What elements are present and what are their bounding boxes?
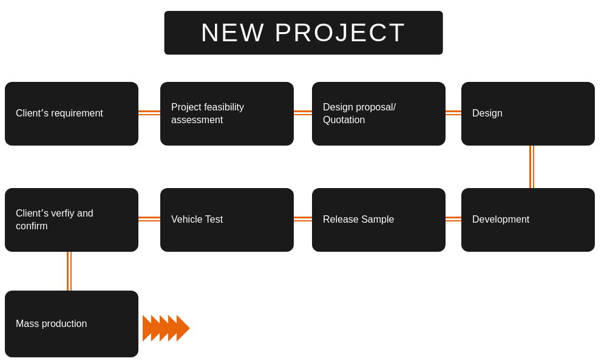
- page-title: NEW PROJECT: [164, 11, 443, 55]
- connector-h-6-7: [294, 217, 312, 221]
- node-vehicle-test: Vehicle Test: [160, 188, 294, 252]
- connector-h-5-6: [138, 217, 160, 221]
- chevron-5: [177, 315, 190, 342]
- connector-h-2-3: [294, 110, 312, 115]
- node-release-sample: Release Sample: [312, 188, 446, 252]
- chevron-arrows: [143, 315, 190, 342]
- connector-v-design-development: [529, 146, 534, 188]
- connector-v-verify-mass: [67, 252, 72, 291]
- node-mass-production: Mass production: [5, 291, 138, 357]
- node-clients-requirement: Clientʼs requirement: [5, 82, 138, 146]
- connector-h-1-2: [138, 110, 160, 115]
- connector-h-3-4: [446, 110, 461, 115]
- node-project-feasibility: Project feasibility assessment: [160, 82, 294, 146]
- node-design-proposal: Design proposal/ Quotation: [312, 82, 446, 146]
- node-design: Design: [461, 82, 595, 146]
- node-development: Development: [461, 188, 595, 252]
- connector-h-7-8: [446, 217, 461, 221]
- node-client-verify: Clientʼs verfiy and confirm: [5, 188, 138, 252]
